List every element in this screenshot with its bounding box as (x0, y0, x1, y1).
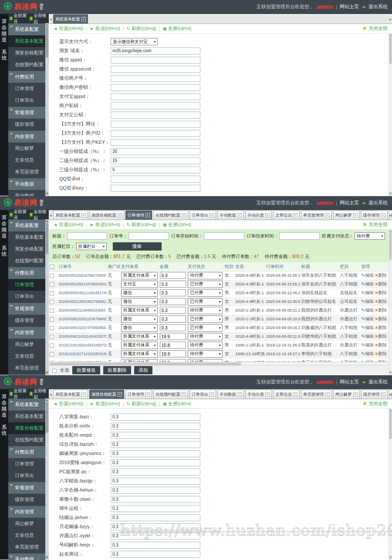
pay-system-select[interactable]: 所属支付体系▼ (121, 307, 158, 314)
edit-link[interactable]: ✎编辑 (361, 316, 373, 321)
delete-link[interactable]: ✖删除 (375, 316, 387, 321)
sidebar-item[interactable]: 测算价格配置 (8, 243, 45, 255)
channel-tab-1[interactable]: 系统 (0, 424, 8, 436)
tabs-scroll-left-icon[interactable]: ◂ (50, 17, 52, 21)
tab-close-icon[interactable]: × (353, 392, 358, 397)
scroll-down-icon[interactable]: ▼ (45, 371, 49, 375)
sidebar-group[interactable]: 内容管理 (8, 327, 45, 339)
collapse-all-button[interactable]: +全部收起 (30, 388, 47, 400)
tab[interactable]: 订单导出× (189, 210, 216, 220)
amount-input[interactable] (160, 316, 186, 322)
sidebar-scrollbar[interactable]: ▲▼ (45, 398, 49, 560)
sidebar-item[interactable]: 单页面管理 (8, 541, 45, 553)
sidebar-item[interactable]: 文章信息 (8, 154, 45, 166)
sidebar-item[interactable]: 单页面管理 (8, 362, 45, 374)
pay-status-select[interactable]: 待付费▼ (188, 350, 223, 358)
sidebar-item[interactable]: 订单导出 (8, 291, 45, 302)
tab[interactable]: 订单导出× (189, 390, 216, 399)
collapse-all-button[interactable]: +全部收起 (30, 13, 47, 25)
scroll-down-icon[interactable]: ▼ (45, 556, 49, 560)
field-input[interactable] (111, 450, 200, 457)
channel-tab-0[interactable]: 算命频道 (0, 394, 8, 418)
toolbar-refresh-button[interactable]: ↻刷新(ctrl+q) (127, 400, 156, 407)
pay-system-select[interactable]: 所属支付体系▼ (121, 350, 158, 358)
sidebar-group[interactable]: 系统基配置 (8, 220, 45, 231)
toolbar-back-button[interactable]: ◄后退(ctrl+b) (53, 400, 83, 407)
toolbar-back-button[interactable]: ◄后退(ctrl+b) (53, 25, 83, 32)
close-all-button[interactable]: ✖关闭全部 (363, 221, 388, 228)
scroll-up-icon[interactable]: ▲ (389, 230, 392, 234)
edit-link[interactable]: ✎编辑 (361, 299, 373, 304)
close-all-button[interactable]: ✖关闭全部 (363, 400, 388, 407)
tab[interactable]: 手动分类× (245, 390, 272, 399)
delete-link[interactable]: ✖删除 (375, 325, 387, 330)
sidebar-item[interactable]: 手动数据 (8, 190, 45, 196)
sidebar-item[interactable]: 周公解梦 (8, 339, 45, 350)
sidebar-item[interactable]: 测算价格配置 (8, 422, 45, 434)
sidebar-item[interactable]: 订单导出 (8, 95, 45, 106)
field-input[interactable] (111, 496, 200, 503)
sidebar-item[interactable]: 周公解梦 (8, 143, 45, 154)
edit-link[interactable]: ✎编辑 (361, 308, 373, 312)
add-button[interactable]: 添加 (134, 366, 152, 374)
field-input[interactable] (111, 459, 200, 466)
amount-input[interactable] (160, 350, 186, 357)
tab[interactable]: 在线预约配置× (153, 210, 188, 220)
tabs-scroll-left-icon[interactable]: ◂ (50, 392, 52, 397)
horizontal-scrollbar[interactable] (49, 362, 389, 365)
pay-system-select[interactable]: 所属支付体系▼ (121, 333, 158, 340)
home-link[interactable]: 网站主页 (340, 3, 359, 10)
tab[interactable]: 文章信息× (273, 210, 300, 220)
tab-close-icon[interactable]: × (145, 392, 150, 397)
expand-all-button[interactable]: +全部展开 (10, 209, 27, 221)
sidebar-group[interactable]: 付费应用 (8, 267, 45, 279)
tab-close-icon[interactable]: × (81, 392, 86, 397)
sidebar-item[interactable]: 在线预约配置 (8, 255, 45, 267)
field-input[interactable] (111, 166, 200, 173)
edit-link[interactable]: ✎编辑 (361, 273, 373, 278)
field-input[interactable] (111, 423, 200, 430)
row-checkbox[interactable] (50, 317, 54, 322)
tabs-scroll-right-icon[interactable]: ▸ (389, 17, 392, 21)
field-input[interactable] (111, 102, 200, 109)
edit-link[interactable]: ✎编辑 (361, 334, 373, 339)
tab-close-icon[interactable]: × (182, 213, 186, 217)
tab-close-icon[interactable]: × (210, 213, 214, 217)
tab-close-icon[interactable]: × (293, 213, 297, 217)
field-input[interactable] (111, 523, 200, 530)
amount-input[interactable] (160, 333, 186, 340)
sidebar-item[interactable]: 文章信息 (8, 529, 45, 541)
row-checkbox[interactable] (50, 326, 54, 330)
toolbar-back-button[interactable]: ◄后退(ctrl+b) (53, 221, 83, 228)
pay-system-select[interactable]: 微信▼ (121, 298, 158, 305)
channel-tab-1[interactable]: 系统 (0, 245, 8, 257)
toolbar-fullscreen-button[interactable]: ▣全屏(ctrl+i) (162, 25, 191, 32)
field-input[interactable] (111, 551, 200, 558)
sidebar-item[interactable]: 缓存管理 (8, 315, 45, 326)
scroll-thumb[interactable] (46, 27, 48, 58)
content-scrollbar[interactable]: ▲▼ (389, 230, 392, 375)
field-input[interactable] (111, 542, 200, 549)
tab[interactable]: 手动数据× (217, 210, 244, 220)
pay-system-select[interactable]: 微信▼ (121, 289, 158, 297)
pay-system-select[interactable]: 支付宝▼ (121, 281, 158, 288)
tab-close-icon[interactable]: × (118, 392, 122, 397)
sidebar-group[interactable]: 内容管理 (8, 506, 45, 518)
edit-link[interactable]: ✎编辑 (361, 282, 373, 286)
tab-close-icon[interactable]: × (353, 213, 358, 217)
tab[interactable]: 测算价格配置× (89, 390, 124, 399)
toolbar-fullscreen-button[interactable]: ▣全屏(ctrl+i) (162, 221, 191, 228)
tab[interactable]: 周公解梦× (333, 210, 360, 220)
sidebar-item[interactable]: 在线预约配置 (8, 434, 45, 446)
field-input[interactable] (111, 176, 200, 183)
pay-system-select[interactable]: 微信▼ (121, 324, 158, 332)
sidebar-item[interactable]: 系统基本配置 (8, 35, 45, 47)
logout-link[interactable]: 退出系统 (368, 379, 388, 385)
scroll-up-icon[interactable]: ▲ (389, 409, 392, 413)
pay-system-select[interactable]: 微信▼ (121, 316, 158, 323)
batch-delete-button[interactable]: 批量删除 (103, 366, 131, 374)
tab-close-icon[interactable]: × (210, 392, 214, 397)
select-all-checkbox[interactable] (50, 265, 54, 269)
sidebar-item[interactable]: 缓存管理 (8, 494, 45, 506)
tab-close-icon[interactable]: × (237, 392, 242, 397)
